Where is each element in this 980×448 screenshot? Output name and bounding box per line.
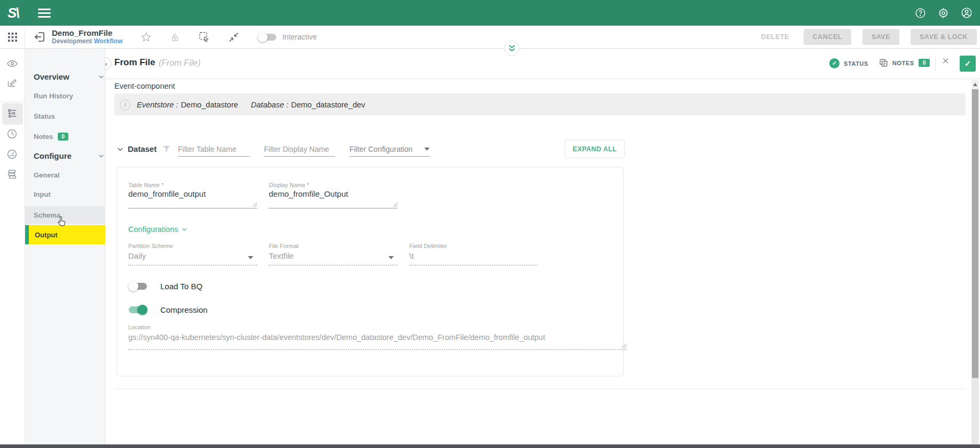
chevron-down-icon <box>181 226 188 233</box>
app-bar: S\ <box>0 0 980 26</box>
status-indicator[interactable]: ✓ STATUS <box>829 58 868 68</box>
marquee-select-icon[interactable] <box>198 31 210 43</box>
expand-all-button[interactable]: EXPAND ALL <box>565 140 625 158</box>
partition-scheme-underline <box>128 265 257 266</box>
scrollbar[interactable] <box>971 80 979 445</box>
edit-icon[interactable] <box>6 77 18 88</box>
interactive-toggle[interactable] <box>258 32 277 42</box>
field-delimiter-underline <box>409 265 538 266</box>
settings-icon[interactable] <box>938 7 949 19</box>
apps-grid-icon[interactable] <box>0 26 25 49</box>
partition-scheme-label: Partition Scheme <box>128 243 173 249</box>
chevron-down-icon <box>98 152 105 159</box>
workflow-export-icon[interactable] <box>33 30 46 43</box>
file-format-value[interactable]: Textfile <box>269 251 294 260</box>
configurations-toggle[interactable]: Configurations <box>128 225 188 234</box>
resize-grip-icon[interactable] <box>621 343 627 349</box>
save-lock-button[interactable]: SAVE & LOCK <box>911 29 977 45</box>
mouse-cursor-icon <box>57 216 66 227</box>
toolbar-actions: DELETE CANCEL SAVE SAVE & LOCK <box>746 29 980 45</box>
confirm-button[interactable]: ✓ <box>960 56 976 72</box>
partition-scheme-value[interactable]: Daily <box>128 251 146 260</box>
notes-indicator[interactable]: NOTES 0 <box>879 58 930 67</box>
delete-button[interactable]: DELETE <box>758 29 792 45</box>
location-label: Location <box>128 324 151 330</box>
dataset-card: Table Name * demo_fromfile_output Displa… <box>116 167 624 376</box>
app-logo: S\ <box>7 5 19 21</box>
resize-grip-icon[interactable] <box>252 202 258 207</box>
icon-rail <box>0 49 25 445</box>
workflow-subtitle: Development Workflow <box>52 38 122 45</box>
help-icon[interactable] <box>915 7 926 19</box>
panel-title: From File <box>114 57 155 68</box>
sidebar-item-status[interactable]: Status <box>34 112 55 120</box>
table-name-label: Table Name * <box>128 182 164 188</box>
cancel-button[interactable]: CANCEL <box>804 29 851 45</box>
sidebar-item-input[interactable]: Input <box>34 190 51 198</box>
field-delimiter-label: Field Delimiter <box>409 243 447 249</box>
window-bottom-edge <box>0 444 980 448</box>
display-name-label: Display Name * <box>269 182 309 188</box>
workflow-title-block: Demo_FromFile Development Workflow <box>52 28 122 45</box>
scrollbar-up-arrow[interactable] <box>971 80 979 89</box>
menu-icon[interactable] <box>38 9 51 18</box>
filter-configuration-select[interactable]: Filter Configuration <box>349 142 430 157</box>
location-value[interactable]: gs://syn400-qa-kubernetes/syn-cluster-da… <box>128 333 545 342</box>
workflow-icon[interactable] <box>6 107 18 119</box>
history-clock-icon[interactable] <box>6 128 18 140</box>
dataset-label[interactable]: Dataset <box>128 144 157 153</box>
sidebar-item-notes[interactable]: Notes0 <box>34 133 68 141</box>
load-to-bq-row: Load To BQ <box>128 281 203 291</box>
load-to-bq-label: Load To BQ <box>160 282 203 291</box>
rail-divider <box>0 102 25 102</box>
nav-section-configure[interactable]: Configure <box>34 151 72 160</box>
coins-stack-icon[interactable] <box>6 168 18 180</box>
panel-subtitle: (From File) <box>159 58 200 68</box>
sidebar-item-run-history[interactable]: Run History <box>34 92 73 100</box>
file-format-label: File Format <box>269 243 299 249</box>
chevron-down-icon <box>424 148 430 151</box>
chevron-down-icon[interactable] <box>248 256 253 259</box>
save-button[interactable]: SAVE <box>862 29 899 45</box>
workflow-title: Demo_FromFile <box>52 28 122 37</box>
eventstore-value: Demo_datastore <box>181 101 238 109</box>
sidebar-item-output[interactable]: Output <box>25 225 105 244</box>
account-icon[interactable] <box>961 7 973 19</box>
filter-display-name-input[interactable] <box>264 142 335 157</box>
field-delimiter-value[interactable]: \t <box>409 251 414 260</box>
collapse-panel-button[interactable] <box>504 41 519 56</box>
notes-header-badge: 0 <box>919 59 930 67</box>
unlock-icon[interactable] <box>170 32 180 42</box>
view-icon[interactable] <box>6 58 18 69</box>
interactive-label: Interactive <box>282 33 317 41</box>
table-name-value[interactable]: demo_fromfile_output <box>128 189 206 198</box>
compression-toggle[interactable] <box>128 304 147 315</box>
display-name-underline <box>269 208 398 208</box>
resize-grip-icon[interactable] <box>393 202 398 207</box>
nav-section-overview[interactable]: Overview <box>34 72 69 81</box>
info-icon: i <box>120 99 130 110</box>
close-icon[interactable]: × <box>942 54 949 68</box>
filter-funnel-icon[interactable] <box>162 144 171 153</box>
database-value: Demo_datastore_dev <box>291 101 365 109</box>
chevron-down-icon[interactable] <box>388 256 394 259</box>
content-divider <box>114 389 966 389</box>
gauge-icon[interactable] <box>6 149 18 160</box>
eventstore-label: Eventstore : <box>137 101 178 109</box>
filter-table-name-input[interactable] <box>178 142 250 157</box>
scrollbar-thumb[interactable] <box>972 89 978 378</box>
compression-row: Compression <box>128 304 207 315</box>
chevron-down-icon <box>98 73 105 80</box>
sidebar-item-general[interactable]: General <box>34 171 59 179</box>
app-bar-actions <box>915 7 980 19</box>
star-icon[interactable] <box>141 32 152 43</box>
dataset-expand-icon[interactable] <box>116 145 124 153</box>
display-name-value[interactable]: demo_fromfile_Output <box>269 189 348 198</box>
status-check-icon: ✓ <box>829 58 839 68</box>
notes-label: NOTES <box>892 60 914 66</box>
collapse-arrows-icon[interactable] <box>228 32 239 43</box>
load-to-bq-toggle[interactable] <box>128 281 147 291</box>
compression-label: Compression <box>160 305 207 314</box>
panel-header: « From File (From File) ✓ STATUS NOTES 0… <box>105 49 980 79</box>
main-panel: « From File (From File) ✓ STATUS NOTES 0… <box>105 49 980 445</box>
